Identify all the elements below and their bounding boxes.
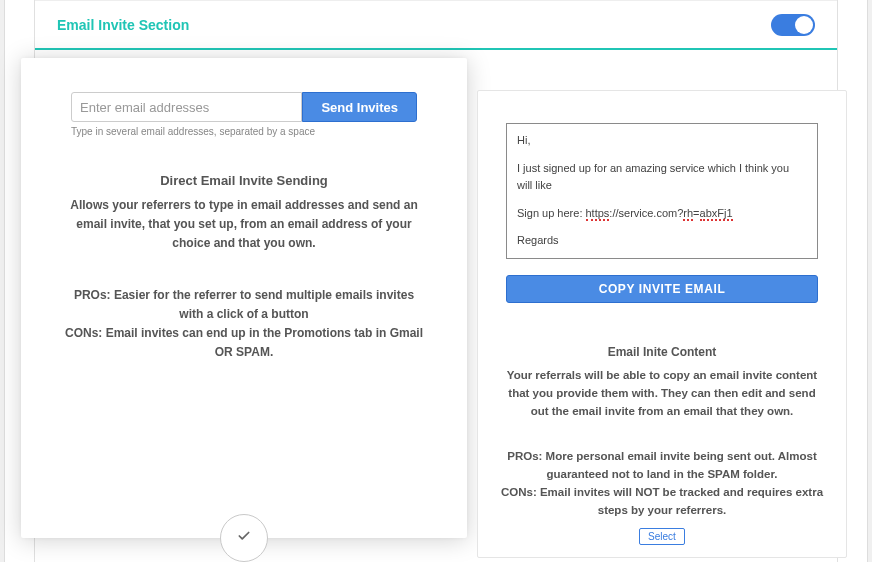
- copy-invite-body: Your referrals will be able to copy an e…: [494, 367, 830, 420]
- section-title: Email Invite Section: [57, 17, 189, 33]
- section-header: Email Invite Section: [35, 0, 837, 48]
- invite-message-box[interactable]: Hi, I just signed up for an amazing serv…: [506, 123, 818, 259]
- selected-indicator-button[interactable]: [220, 514, 268, 562]
- section-toggle[interactable]: [771, 14, 815, 36]
- direct-invite-body: Allows your referrers to type in email a…: [57, 196, 431, 254]
- email-helper-text: Type in several email addresses, separat…: [71, 126, 431, 137]
- copy-invite-card: Hi, I just signed up for an amazing serv…: [477, 90, 847, 558]
- msg-link-part2: rh: [683, 207, 693, 221]
- direct-invite-card: Send Invites Type in several email addre…: [21, 58, 467, 538]
- msg-hi: Hi,: [517, 132, 807, 150]
- select-button[interactable]: Select: [639, 528, 685, 545]
- direct-invite-pros: PROs: Easier for the referrer to send mu…: [57, 286, 431, 324]
- toggle-knob: [795, 16, 813, 34]
- msg-link-part4: abxFj1: [700, 207, 733, 221]
- direct-invite-heading: Direct Email Invite Sending: [57, 173, 431, 188]
- msg-regards: Regards: [517, 232, 807, 250]
- msg-signup: Sign up here: https://service.com?rh=abx…: [517, 205, 807, 223]
- copy-invite-cons: CONs: Email invites will NOT be tracked …: [494, 484, 830, 520]
- msg-link-part1: https: [586, 207, 610, 221]
- email-addresses-input[interactable]: [71, 92, 302, 122]
- copy-invite-email-button[interactable]: COPY INVITE EMAIL: [506, 275, 818, 303]
- direct-invite-cons: CONs: Email invites can end up in the Pr…: [57, 324, 431, 362]
- msg-body: I just signed up for an amazing service …: [517, 160, 807, 195]
- copy-invite-heading: Email Inite Content: [494, 345, 830, 359]
- copy-invite-pros: PROs: More personal email invite being s…: [494, 448, 830, 484]
- check-icon: [237, 529, 251, 547]
- send-invites-button[interactable]: Send Invites: [302, 92, 417, 122]
